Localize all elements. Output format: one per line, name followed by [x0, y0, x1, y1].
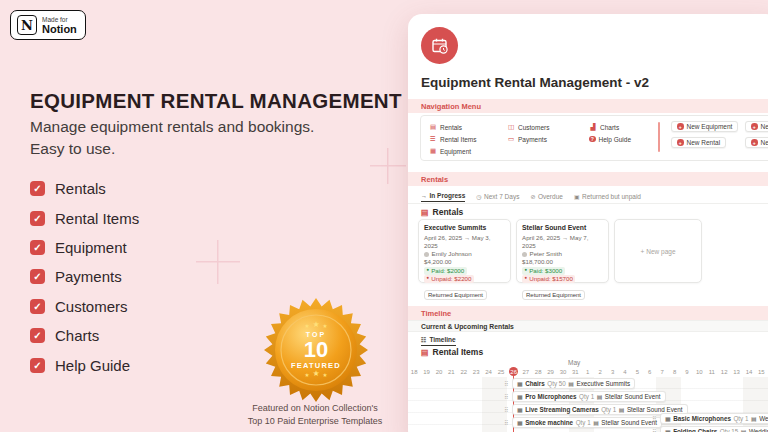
- unpaid-dot-icon: ●: [427, 276, 430, 281]
- nav-link-equipment[interactable]: ▦Equipment: [429, 145, 477, 157]
- paid-dot-icon: ●: [525, 268, 528, 273]
- award-number: 10: [304, 338, 328, 361]
- timeline-day-row: 1819202122232425262728293031123456789101…: [408, 367, 768, 376]
- feature-item: ✓Rental Items: [30, 203, 139, 232]
- drag-handle-icon[interactable]: ⠿: [504, 380, 508, 387]
- plus-icon: +: [677, 139, 684, 146]
- tab-next-7-days[interactable]: ◷Next 7 Days: [476, 193, 519, 202]
- gantt-bar-smoke-machine[interactable]: ⠿ ▦ Smoke machine Qty 1 ▤ Stellar Sound …: [512, 417, 662, 428]
- subtitle-line-2: Easy to use.: [30, 138, 314, 160]
- customers-icon: ◫: [507, 123, 515, 131]
- nav-link-customers[interactable]: ◫Customers: [507, 121, 549, 133]
- page-title: EQUIPMENT RENTAL MANAGEMENT: [30, 89, 402, 113]
- new-page-card[interactable]: +New page: [614, 219, 702, 283]
- sparkle-icon: [370, 148, 406, 184]
- card-amount: $18,700.00: [522, 258, 603, 266]
- nav-link-charts[interactable]: ▟Charts: [589, 121, 631, 133]
- gantt-bar-chairs[interactable]: ⠿ ▦ Chairs Qty 50 ▤ Executive Summits: [512, 378, 635, 389]
- checkbox-icon: ✓: [30, 240, 45, 255]
- star-icon: ★: [312, 371, 319, 377]
- tab-overdue[interactable]: ⊘Overdue: [530, 193, 562, 202]
- award-caption-line-2: Top 10 Paid Enterprise Templates: [225, 415, 405, 428]
- rentals-view-tabs: →In Progress ◷Next 7 Days ⊘Overdue ▣Retu…: [421, 190, 641, 202]
- drag-handle-icon[interactable]: ⠿: [652, 428, 656, 432]
- timeline-icon: ☷: [421, 336, 426, 343]
- drag-handle-icon[interactable]: ⠿: [504, 406, 508, 413]
- feature-item: ✓Charts: [30, 321, 139, 350]
- drag-handle-icon[interactable]: ⠿: [652, 415, 656, 422]
- notion-page-title: Equipment Rental Management - v2: [421, 75, 649, 90]
- made-for-notion-badge[interactable]: N Made for Notion: [10, 10, 86, 40]
- checkbox-icon: ✓: [30, 269, 45, 284]
- page-icon[interactable]: [421, 27, 458, 64]
- timeline-day: 7: [656, 367, 668, 376]
- timeline-day: 5: [631, 367, 643, 376]
- returned-equipment-tag[interactable]: Returned Equipment: [424, 290, 487, 300]
- new-rental-button[interactable]: +New Rental: [671, 137, 726, 148]
- new-equipment-button[interactable]: +New Equipment: [671, 121, 738, 132]
- rental-card-stellar-sound-event[interactable]: Stellar Sound Event April 26, 2025 → May…: [516, 219, 609, 283]
- avatar: [424, 252, 429, 257]
- section-title: Navigation Menu: [421, 102, 481, 111]
- item-icon: ▦: [665, 415, 671, 422]
- paid-badge: ●Paid: $2000: [424, 267, 467, 275]
- item-icon: ▦: [665, 428, 671, 432]
- timeline-day: 27: [520, 367, 532, 376]
- checkbox-icon: ✓: [30, 328, 45, 343]
- nav-link-rental-items[interactable]: ☰Rental Items: [429, 133, 477, 145]
- section-title: Rentals: [421, 175, 448, 184]
- plus-icon: +: [677, 123, 684, 130]
- notion-label: Notion: [42, 23, 77, 35]
- drag-handle-icon[interactable]: ⠿: [504, 393, 508, 400]
- rentals-board-title: ▤ Rentals: [421, 207, 463, 217]
- timeline-day: 4: [619, 367, 631, 376]
- nav-column-2: ◫Customers ▭Payments: [507, 121, 549, 145]
- new-customer-button[interactable]: +New Customer: [745, 121, 768, 132]
- timeline-day: 14: [743, 367, 755, 376]
- card-person: Peter Smith: [522, 250, 603, 258]
- gantt-bar-pro-microphones[interactable]: ⠿ ▦ Pro Microphones Qty 1 ▤ Stellar Soun…: [512, 391, 666, 402]
- new-payment-button[interactable]: +New Payment: [745, 137, 768, 148]
- gantt-bar-folding-chairs[interactable]: ⠿ ▦ Folding Chairs Qty 15 ▤ Wedding: [660, 426, 768, 432]
- medal-text: ★ ★ ★ TOP 10 FEATURED ★ ★ ★: [264, 298, 368, 402]
- timeline-day: 30: [557, 367, 569, 376]
- drag-handle-icon[interactable]: ⠿: [504, 419, 508, 426]
- charts-icon: ▟: [589, 123, 597, 131]
- rental-card-executive-summits[interactable]: Executive Summits April 26, 2025 → May 3…: [418, 219, 511, 283]
- nav-link-help-guide[interactable]: ?Help Guide: [589, 133, 631, 145]
- returned-equipment-tag[interactable]: Returned Equipment: [522, 290, 585, 300]
- feature-item: ✓Help Guide: [30, 350, 139, 379]
- tab-returned-but-unpaid[interactable]: ▣Returned but unpaid: [574, 193, 641, 202]
- paid-badge: ●Paid: $3000: [522, 267, 565, 275]
- timeline-day: 29: [544, 367, 556, 376]
- badge-text: Made for Notion: [42, 16, 77, 35]
- timeline-day: 19: [420, 367, 432, 376]
- timeline-view-tab[interactable]: ☷ Timeline: [421, 336, 456, 346]
- timeline-day: 22: [458, 367, 470, 376]
- navigation-menu-box: ▤Rentals ☰Rental Items ▦Equipment ◫Custo…: [420, 115, 768, 161]
- checkbox-icon: ✓: [30, 211, 45, 226]
- gantt-bar-basic-microphones[interactable]: ⠿ ▦ Basic Microphones Qty 1 ▤ Wedding: [660, 413, 768, 424]
- section-header-timeline: Timeline: [408, 306, 768, 320]
- item-icon: ▦: [517, 380, 523, 387]
- timeline-day: 18: [408, 367, 420, 376]
- nav-link-payments[interactable]: ▭Payments: [507, 133, 549, 145]
- nav-link-rentals[interactable]: ▤Rentals: [429, 121, 477, 133]
- tabs-divider: [408, 203, 768, 204]
- star-icon: ★: [323, 372, 328, 378]
- help-icon: ?: [589, 136, 596, 143]
- event-page-icon: ▤: [741, 428, 747, 432]
- event-page-icon: ▤: [593, 419, 599, 426]
- unpaid-dot-icon: ●: [525, 276, 528, 281]
- checkbox-icon: ✓: [30, 358, 45, 373]
- tab-in-progress[interactable]: →In Progress: [421, 192, 465, 202]
- subtitle-line-1: Manage equipment rentals and bookings.: [30, 116, 314, 138]
- timeline-gantt: May 181920212223242526272829303112345678…: [408, 360, 768, 432]
- feature-item: ✓Payments: [30, 262, 139, 291]
- timeline-day: 25: [495, 367, 507, 376]
- timeline-day: 3: [606, 367, 618, 376]
- event-page-icon: ▤: [751, 415, 757, 422]
- nav-divider: [658, 122, 660, 152]
- timeline-day: 9: [681, 367, 693, 376]
- paid-dot-icon: ●: [427, 268, 430, 273]
